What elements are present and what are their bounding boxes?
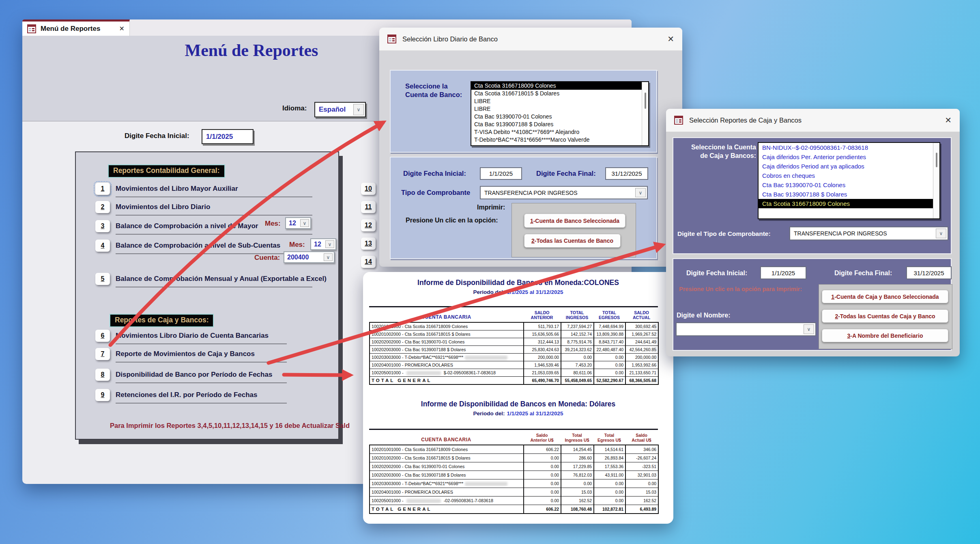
dialog-titlebar[interactable]: Selección Reportes de Caja y Bancos ✕ [666, 109, 960, 132]
report-button[interactable]: 14 [361, 256, 376, 268]
close-icon[interactable]: ✕ [945, 115, 952, 125]
tipo-comprobante-label: Tipo de Comprobante [401, 188, 470, 197]
column-header: SALDOACTUAL [625, 310, 658, 320]
mes-select-1[interactable]: 12 ∨ [285, 217, 311, 229]
report-button-8[interactable]: 8 [95, 369, 110, 381]
caja-account-option[interactable]: Caja diferidos Period ant ya aplicados [759, 162, 939, 171]
caja-account-option[interactable]: Caja diferidos Per. Anterior pendientes [759, 152, 939, 162]
bank-account-option[interactable]: LIBRE [471, 97, 648, 105]
desktop: Menú de Reportes ✕ Menú de Reportes Idio… [0, 0, 980, 544]
chevron-down-icon[interactable]: ∨ [300, 219, 309, 227]
bank-account-option[interactable]: LIBRE [471, 105, 648, 113]
report-button[interactable]: 12 [361, 219, 376, 231]
tipo-comprobante-select[interactable]: TRANSFERENCIA POR INGRESOS ∨ [480, 186, 648, 199]
bank-account-option[interactable]: Cta Bac 91390070-01 Colones [471, 113, 648, 121]
column-header: CUENTA BANCARIA [369, 314, 523, 320]
imprimir-label: Imprimir: [477, 204, 505, 211]
caja-account-listbox[interactable]: BN-NIDUX--$-02-095008361-7-083618Caja di… [758, 142, 940, 219]
menu-row: 1 Movimientos del Libro Mayor Auxiliar [95, 183, 312, 196]
fecha-inicial-label: Digite Fecha Inicial: [686, 269, 747, 277]
idioma-select[interactable]: Español ∨ [314, 102, 366, 117]
report-button-5[interactable]: 5 [95, 273, 110, 285]
column-header: TotalIngresos U$ [561, 433, 593, 443]
chevron-down-icon[interactable]: ∨ [635, 188, 646, 197]
caja-account-option[interactable]: Cobros en cheques [759, 171, 939, 180]
report-title-colones: Informe de Disponibilidad de Bancos en M… [363, 278, 673, 287]
tipo-comprobante-select[interactable]: TRANSFERENCIA POR INGRESOS ∨ [789, 227, 948, 240]
tab-close-icon[interactable]: ✕ [119, 25, 125, 32]
menu-row: 2 Movimientos del Libro Diario [95, 201, 312, 214]
print-all-accounts-button[interactable]: 2-Todas las Cuentas de Caja y Banco [822, 309, 948, 323]
scrollbar[interactable] [642, 82, 648, 145]
table-dolares: CUENTA BANCARIA SaldoAnterior U$ TotalIn… [369, 429, 658, 514]
mes-select-2[interactable]: 12 ∨ [310, 238, 336, 250]
form-icon [387, 35, 396, 43]
bank-account-option[interactable]: Cta Scotia 3166718015 $ Dolares [471, 90, 648, 97]
column-header: TOTALEGRESOS [593, 310, 625, 320]
print-selected-account-button[interactable]: 1-Cuenta de Banco Seleccionada [524, 214, 625, 228]
menu-row: 6 Movimientos Libro Diario de Cuenta Ban… [95, 330, 287, 343]
report-label: Movimientos del Libro Mayor Auxiliar [116, 185, 238, 193]
nombre-select[interactable]: ∨ [676, 322, 816, 336]
print-by-beneficiary-button[interactable]: 3-A Nombre del Beneficiario [822, 329, 948, 342]
fecha-inicial-input[interactable]: 1/1/2025 [760, 266, 806, 279]
report-button-3[interactable]: 3 [95, 220, 110, 232]
table-row: 100202003000 - Cta Bac 9139007188 $ Dola… [370, 346, 658, 354]
report-button-4[interactable]: 4 [95, 240, 110, 252]
fecha-inicial-value: 1/1/2025 [202, 133, 233, 141]
report-button[interactable]: 11 [361, 201, 376, 213]
report-button-1[interactable]: 1 [95, 183, 110, 195]
report-button[interactable]: 10 [361, 183, 376, 195]
report-button-9[interactable]: 9 [95, 389, 110, 401]
fecha-final-input[interactable]: 31/12/2025 [906, 266, 952, 279]
fecha-final-label: Digite Fecha Final: [834, 269, 892, 277]
fecha-final-input[interactable]: 31/12/2025 [605, 167, 648, 180]
chevron-down-icon[interactable]: ∨ [324, 253, 333, 261]
dolares-table: 100201001000 - Cta Scotia 3166718009 Col… [369, 445, 659, 514]
account-list-label: Seleccione la Cuenta de Caja y Bancos: [682, 143, 756, 160]
print-all-accounts-button[interactable]: 2-Todas las Cuentas de Banco [524, 234, 621, 248]
fecha-inicial-input[interactable]: 1/1/2025 [202, 129, 254, 144]
report-button-2[interactable]: 2 [95, 201, 110, 213]
mes-label: Mes: [289, 241, 305, 249]
caja-account-option[interactable]: BN-NIDUX--$-02-095008361-7-083618 [759, 143, 939, 152]
close-icon[interactable]: ✕ [667, 34, 674, 44]
cuenta-select[interactable]: 200400 ∨ [284, 251, 335, 263]
account-panel: Seleccione la Cuenta de Caja y Bancos: B… [673, 137, 952, 254]
print-selected-account-button[interactable]: 1-Cuenta de Caja y Banco Seleccionada [822, 290, 948, 303]
scrollbar[interactable] [933, 143, 939, 218]
report-label: Retenciones del I.R. por Período de Fech… [116, 391, 258, 399]
bank-account-option[interactable]: T-VISA Debito **4108C**7669** Alejandro [471, 128, 648, 136]
tipo-comprobante-label: Digite el Tipo de Comprobante: [677, 229, 771, 238]
table-row: 100202002000 - Cta Bac 91390070-01 Colon… [370, 338, 658, 346]
dialog-title: Selección Reportes de Caja y Bancos [689, 117, 802, 124]
print-options-panel: Digite Fecha Inicial: 1/1/2025 Digite Fe… [673, 258, 952, 351]
caja-account-option[interactable]: Cta Bac 9139007188 $ Dolares [759, 190, 939, 199]
chevron-down-icon[interactable]: ∨ [353, 104, 364, 115]
report-button[interactable]: 13 [361, 237, 376, 250]
column-header: SaldoActual U$ [625, 433, 658, 443]
chevron-down-icon[interactable]: ∨ [936, 229, 946, 238]
caja-account-option[interactable]: Cta Bac 91390070-01 Colones [759, 180, 939, 190]
report-period: Periodo del:1/1/2025 al 31/12/2025 [363, 289, 673, 295]
column-header: SaldoAnterior U$ [523, 433, 561, 443]
report-button-6[interactable]: 6 [95, 330, 110, 342]
report-button-7[interactable]: 7 [95, 348, 110, 360]
dialog-titlebar[interactable]: Selección Libro Diario de Banco ✕ [379, 28, 682, 51]
mes-label: Mes: [265, 220, 281, 228]
bank-account-option[interactable]: Cta Scotia 3166718009 Colones [471, 82, 648, 90]
fecha-inicial-input[interactable]: 1/1/2025 [480, 167, 522, 180]
bank-account-option[interactable]: T-Debito*BAC**4781*6656****Marco Valverd… [471, 136, 648, 144]
mes-value: 12 [311, 241, 321, 248]
bank-account-option[interactable]: Cta Bac 9139007188 $ Dolares [471, 121, 648, 128]
chevron-down-icon[interactable]: ∨ [325, 240, 334, 248]
chevron-down-icon[interactable]: ∨ [804, 324, 814, 334]
section-header-contabilidad: Reportes Contabilidad General: [108, 164, 225, 178]
tab-menu-reportes[interactable]: Menú de Reportes ✕ [22, 19, 130, 36]
report-label: Disponibilidad de Banco por Período de F… [116, 371, 272, 379]
caja-account-option[interactable]: Cta Scotia 3166718009 Colones [759, 199, 939, 208]
idioma-value: Español [315, 106, 346, 114]
report-label: Balance de Comprobación Mensual y Anual … [116, 275, 327, 283]
bank-account-listbox[interactable]: Cta Scotia 3166718009 ColonesCta Scotia … [471, 81, 649, 146]
menu-row: 4 Balance de Comprobación a nivel de Sub… [95, 240, 312, 253]
